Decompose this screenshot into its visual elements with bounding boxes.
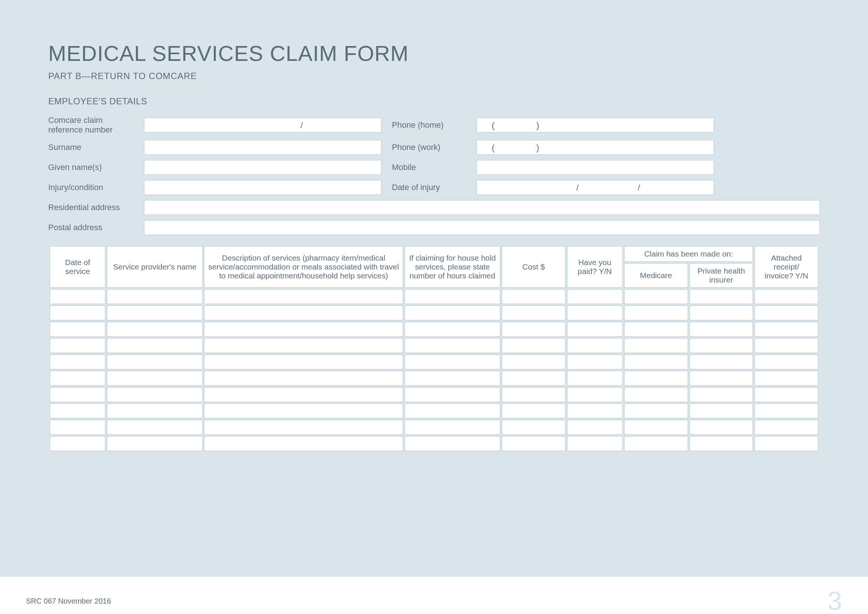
- table-cell[interactable]: [405, 305, 500, 320]
- table-cell[interactable]: [405, 403, 500, 419]
- table-cell[interactable]: [502, 289, 566, 304]
- table-cell[interactable]: [690, 355, 753, 369]
- table-cell[interactable]: [690, 322, 753, 337]
- table-cell[interactable]: [690, 420, 753, 435]
- field-surname[interactable]: [144, 140, 381, 155]
- field-mobile[interactable]: [476, 160, 714, 175]
- table-cell[interactable]: [405, 436, 500, 451]
- table-cell[interactable]: [690, 403, 753, 419]
- table-cell[interactable]: [405, 371, 500, 386]
- table-cell[interactable]: [567, 403, 623, 419]
- field-residential[interactable]: [144, 200, 820, 215]
- table-cell[interactable]: [755, 355, 818, 369]
- table-cell[interactable]: [405, 289, 500, 304]
- table-cell[interactable]: [755, 403, 818, 419]
- table-cell[interactable]: [502, 338, 566, 353]
- table-cell[interactable]: [204, 420, 403, 435]
- table-cell[interactable]: [204, 371, 403, 386]
- table-cell[interactable]: [50, 338, 105, 353]
- table-cell[interactable]: [204, 436, 403, 451]
- table-cell[interactable]: [624, 305, 688, 320]
- field-date-of-injury[interactable]: / /: [476, 180, 714, 195]
- table-cell[interactable]: [502, 420, 566, 435]
- field-injury[interactable]: [144, 180, 381, 195]
- table-cell[interactable]: [107, 322, 203, 337]
- table-cell[interactable]: [755, 322, 818, 337]
- table-cell[interactable]: [502, 387, 566, 402]
- table-cell[interactable]: [50, 289, 105, 304]
- table-cell[interactable]: [405, 322, 500, 337]
- table-cell[interactable]: [107, 436, 203, 451]
- field-phone-home[interactable]: ( ): [476, 118, 714, 133]
- table-cell[interactable]: [755, 436, 818, 451]
- table-cell[interactable]: [107, 338, 203, 353]
- table-cell[interactable]: [567, 289, 623, 304]
- field-postal[interactable]: [144, 220, 820, 235]
- table-cell[interactable]: [624, 371, 688, 386]
- table-cell[interactable]: [50, 436, 105, 451]
- table-cell[interactable]: [502, 305, 566, 320]
- table-cell[interactable]: [624, 436, 688, 451]
- table-cell[interactable]: [567, 322, 623, 337]
- table-cell[interactable]: [567, 387, 623, 402]
- table-cell[interactable]: [502, 355, 566, 369]
- table-cell[interactable]: [204, 403, 403, 419]
- table-cell[interactable]: [624, 420, 688, 435]
- table-cell[interactable]: [567, 305, 623, 320]
- table-cell[interactable]: [755, 387, 818, 402]
- table-cell[interactable]: [107, 289, 203, 304]
- table-cell[interactable]: [567, 371, 623, 386]
- table-cell[interactable]: [502, 436, 566, 451]
- table-cell[interactable]: [755, 305, 818, 320]
- table-cell[interactable]: [624, 355, 688, 369]
- table-cell[interactable]: [107, 305, 203, 320]
- table-cell[interactable]: [405, 338, 500, 353]
- table-cell[interactable]: [204, 355, 403, 369]
- table-cell[interactable]: [502, 322, 566, 337]
- table-cell[interactable]: [107, 420, 203, 435]
- table-cell[interactable]: [567, 338, 623, 353]
- table-cell[interactable]: [690, 436, 753, 451]
- table-cell[interactable]: [567, 436, 623, 451]
- table-cell[interactable]: [567, 420, 623, 435]
- table-cell[interactable]: [624, 289, 688, 304]
- table-cell[interactable]: [107, 355, 203, 369]
- table-cell[interactable]: [567, 355, 623, 369]
- table-cell[interactable]: [624, 387, 688, 402]
- table-cell[interactable]: [107, 403, 203, 419]
- table-cell[interactable]: [405, 420, 500, 435]
- field-given-names[interactable]: [144, 160, 381, 175]
- table-cell[interactable]: [755, 371, 818, 386]
- table-cell[interactable]: [624, 322, 688, 337]
- table-cell[interactable]: [50, 387, 105, 402]
- table-cell[interactable]: [50, 355, 105, 369]
- table-cell[interactable]: [405, 387, 500, 402]
- table-cell[interactable]: [50, 403, 105, 419]
- table-cell[interactable]: [50, 371, 105, 386]
- table-cell[interactable]: [50, 420, 105, 435]
- table-cell[interactable]: [204, 338, 403, 353]
- table-cell[interactable]: [624, 338, 688, 353]
- field-claim-ref[interactable]: /: [144, 118, 381, 133]
- table-cell[interactable]: [502, 371, 566, 386]
- table-cell[interactable]: [690, 338, 753, 353]
- table-cell[interactable]: [204, 305, 403, 320]
- table-cell[interactable]: [204, 322, 403, 337]
- field-phone-work[interactable]: ( ): [476, 140, 714, 155]
- table-cell[interactable]: [755, 420, 818, 435]
- table-cell[interactable]: [107, 387, 203, 402]
- table-cell[interactable]: [624, 403, 688, 419]
- table-cell[interactable]: [50, 305, 105, 320]
- table-cell[interactable]: [755, 338, 818, 353]
- table-cell[interactable]: [204, 387, 403, 402]
- table-cell[interactable]: [690, 305, 753, 320]
- table-cell[interactable]: [204, 289, 403, 304]
- table-cell[interactable]: [50, 322, 105, 337]
- table-cell[interactable]: [690, 289, 753, 304]
- table-cell[interactable]: [690, 371, 753, 386]
- table-cell[interactable]: [690, 387, 753, 402]
- table-cell[interactable]: [755, 289, 818, 304]
- table-cell[interactable]: [405, 355, 500, 369]
- table-cell[interactable]: [107, 371, 203, 386]
- table-cell[interactable]: [502, 403, 566, 419]
